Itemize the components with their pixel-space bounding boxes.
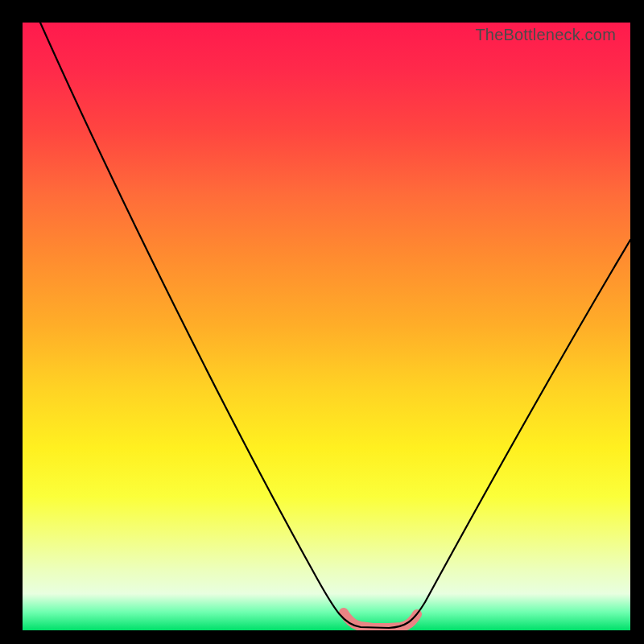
plot-area: TheBottleneck.com: [23, 23, 630, 630]
watermark-text: TheBottleneck.com: [475, 26, 616, 44]
curve-line: [40, 23, 630, 628]
chart-frame: TheBottleneck.com: [0, 0, 644, 644]
bottleneck-curve: [23, 23, 630, 630]
